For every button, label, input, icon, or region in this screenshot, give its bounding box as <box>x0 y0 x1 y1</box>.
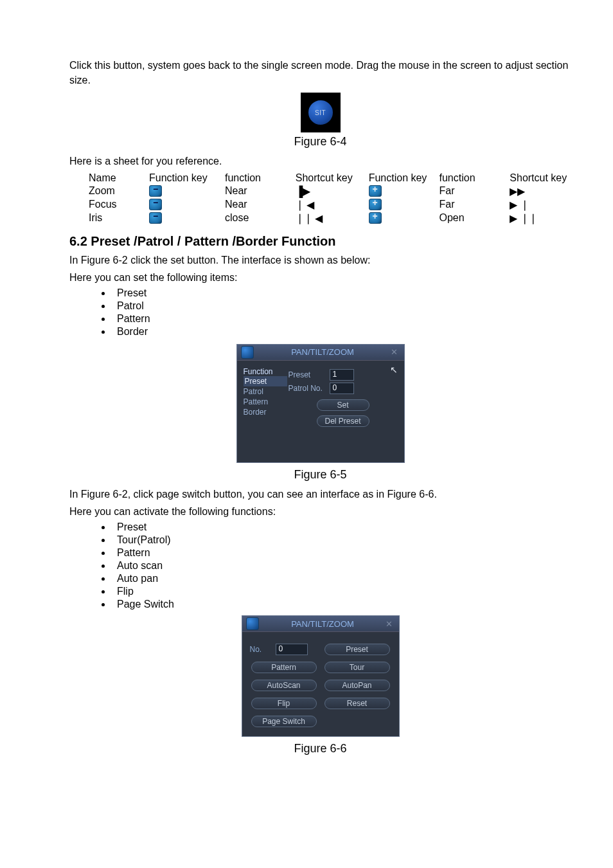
set-button[interactable]: Set <box>317 399 369 411</box>
sit-circle-icon: SIT <box>307 99 334 126</box>
ptz-titlebar: PAN/TILT/ZOOM ✕ <box>237 345 404 361</box>
sec2-line-1: In Figure 6-2, click page switch button,… <box>69 487 571 502</box>
preset-label: Preset <box>289 370 330 379</box>
cell-sk: ▶▶ <box>507 185 571 198</box>
section-6-2-heading: 6.2 Preset /Patrol / Pattern /Border Fun… <box>69 234 571 249</box>
ptz-logo-icon <box>246 617 259 630</box>
function-label: Function <box>244 367 287 376</box>
list-item: Patrol <box>112 300 571 313</box>
cell-sk: ▶ ❘ <box>507 198 571 212</box>
del-preset-button[interactable]: Del Preset <box>317 415 369 427</box>
sec2-line-2: Here you can activate the following func… <box>69 504 571 519</box>
function-item-patrol[interactable]: Patrol <box>244 386 287 397</box>
function-item-border[interactable]: Border <box>244 407 287 417</box>
pattern-button[interactable]: Pattern <box>251 662 317 673</box>
list-item: Pattern <box>112 547 571 560</box>
th-function-1: function <box>222 172 293 185</box>
minus-icon <box>149 212 162 224</box>
no-label: No. <box>250 645 276 654</box>
plus-icon <box>369 185 382 197</box>
plus-icon <box>369 199 382 210</box>
intro-paragraph: Click this button, system goes back to t… <box>69 58 571 87</box>
th-function-key-2: Function key <box>366 172 437 185</box>
figure-6-5-caption: Figure 6-5 <box>69 468 571 482</box>
figure-6-6-caption: Figure 6-6 <box>69 742 571 755</box>
cell-sk: ❘❘ ◀ <box>293 212 366 225</box>
th-function-2: function <box>436 172 507 185</box>
autoscan-button[interactable]: AutoScan <box>251 680 317 691</box>
plus-icon <box>369 212 382 224</box>
table-row: Zoom Near ▐▶ Far ▶▶ <box>69 185 571 198</box>
table-row: Iris close ❘❘ ◀ Open ▶ ❘❘ <box>69 212 571 225</box>
reference-table: Name Function key function Shortcut key … <box>69 172 571 225</box>
list-item: Auto scan <box>112 560 571 573</box>
list-item: Page Switch <box>112 599 571 611</box>
minus-icon <box>149 185 162 197</box>
flip-button[interactable]: Flip <box>251 698 317 709</box>
sec-line-2: Here you can set the following items: <box>69 270 571 285</box>
function-item-preset[interactable]: Preset <box>244 376 287 386</box>
list-item: Preset <box>112 521 571 534</box>
cell-fn: Far <box>436 198 507 212</box>
page-switch-button[interactable]: Page Switch <box>251 716 317 727</box>
ptz-logo-icon <box>241 346 254 359</box>
no-input[interactable]: 0 <box>276 644 308 655</box>
cell-name: Iris <box>69 212 147 225</box>
preset-input[interactable]: 1 <box>330 369 354 381</box>
cell-fn: Near <box>222 198 293 212</box>
list-1: Preset Patrol Pattern Border <box>69 287 571 339</box>
cell-fn: Near <box>222 185 293 198</box>
close-icon[interactable]: ✕ <box>388 347 400 357</box>
list-item: Tour(Patrol) <box>112 534 571 547</box>
th-function-key-1: Function key <box>147 172 222 185</box>
ptz-dialog-fig-6-6: PAN/TILT/ZOOM ✕ No. 0 Preset Pattern Tou… <box>242 615 400 737</box>
ptz-dialog-fig-6-5: PAN/TILT/ZOOM ✕ ↖ Function Preset Patrol… <box>236 344 405 463</box>
autopan-button[interactable]: AutoPan <box>324 680 390 691</box>
cell-fn: close <box>222 212 293 225</box>
list-2: Preset Tour(Patrol) Pattern Auto scan Au… <box>69 521 571 611</box>
cursor-icon: ↖ <box>390 365 398 375</box>
function-list[interactable]: Preset Patrol Pattern Border <box>244 376 287 417</box>
cell-name: Focus <box>69 198 147 212</box>
cell-sk: ▶ ❘❘ <box>507 212 571 225</box>
function-item-pattern[interactable]: Pattern <box>244 397 287 407</box>
th-name: Name <box>69 172 147 185</box>
table-row: Focus Near ❘ ◀ Far ▶ ❘ <box>69 198 571 212</box>
list-item: Preset <box>112 287 571 300</box>
cell-name: Zoom <box>69 185 147 198</box>
patrol-no-input[interactable]: 0 <box>330 383 354 394</box>
ptz-title-text: PAN/TILT/ZOOM <box>263 619 383 629</box>
patrol-no-label: Patrol No. <box>289 384 330 393</box>
ptz-titlebar: PAN/TILT/ZOOM ✕ <box>242 616 399 632</box>
tour-button[interactable]: Tour <box>324 662 390 673</box>
th-shortcut-1: Shortcut key <box>293 172 366 185</box>
figure-6-4-caption: Figure 6-4 <box>69 135 571 149</box>
list-item: Border <box>112 326 571 339</box>
th-shortcut-2: Shortcut key <box>507 172 571 185</box>
close-icon[interactable]: ✕ <box>383 619 395 629</box>
list-item: Pattern <box>112 313 571 326</box>
cell-sk: ▐▶ <box>293 185 366 198</box>
minus-icon <box>149 199 162 210</box>
reset-button[interactable]: Reset <box>324 698 390 709</box>
ptz-title-text: PAN/TILT/ZOOM <box>258 347 388 357</box>
cell-fn: Far <box>436 185 507 198</box>
preset-button[interactable]: Preset <box>324 644 390 655</box>
sec-line-1: In Figure 6-2 click the set button. The … <box>69 253 571 267</box>
list-item: Flip <box>112 586 571 599</box>
cell-sk: ❘ ◀ <box>293 198 366 212</box>
sheet-intro: Here is a sheet for you reference. <box>69 154 571 168</box>
sit-button-figure: SIT <box>301 93 341 132</box>
cell-fn: Open <box>436 212 507 225</box>
list-item: Auto pan <box>112 573 571 586</box>
